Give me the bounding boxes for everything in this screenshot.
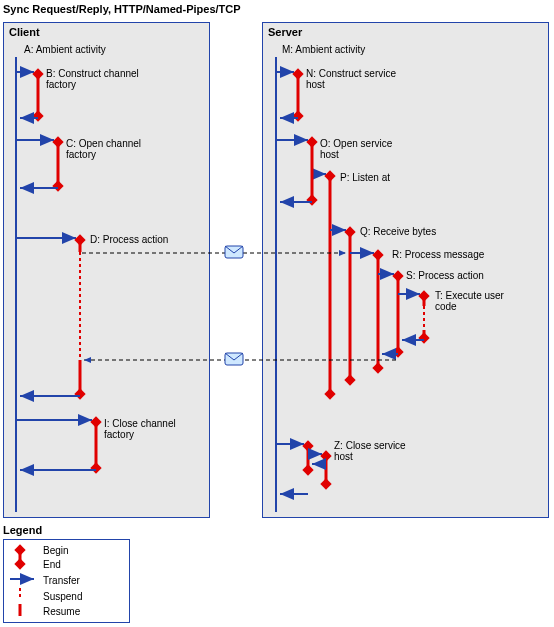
svg-rect-76 bbox=[14, 558, 25, 569]
svg-rect-37 bbox=[306, 194, 317, 205]
trace-diagram-svg bbox=[0, 0, 554, 627]
svg-rect-9 bbox=[52, 180, 63, 191]
svg-rect-67 bbox=[302, 464, 313, 475]
svg-rect-65 bbox=[320, 478, 331, 489]
message-envelope-icon bbox=[225, 246, 243, 258]
svg-rect-42 bbox=[344, 374, 355, 385]
svg-rect-57 bbox=[418, 332, 429, 343]
svg-rect-35 bbox=[324, 388, 335, 399]
reply-envelope-icon bbox=[225, 353, 243, 365]
svg-rect-21 bbox=[90, 462, 101, 473]
svg-rect-50 bbox=[392, 346, 403, 357]
svg-rect-27 bbox=[292, 110, 303, 121]
svg-rect-16 bbox=[74, 388, 85, 399]
svg-rect-46 bbox=[372, 362, 383, 373]
svg-rect-4 bbox=[32, 110, 43, 121]
